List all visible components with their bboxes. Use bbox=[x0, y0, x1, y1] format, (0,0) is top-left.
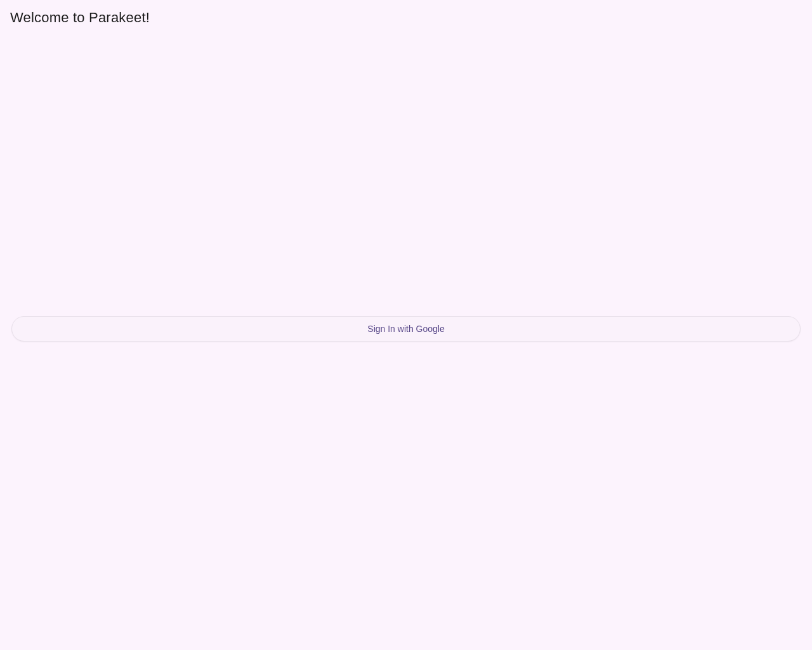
welcome-heading: Welcome to Parakeet! bbox=[0, 0, 812, 36]
sign-in-container: Sign In with Google bbox=[11, 316, 801, 342]
sign-in-google-button[interactable]: Sign In with Google bbox=[11, 316, 801, 342]
